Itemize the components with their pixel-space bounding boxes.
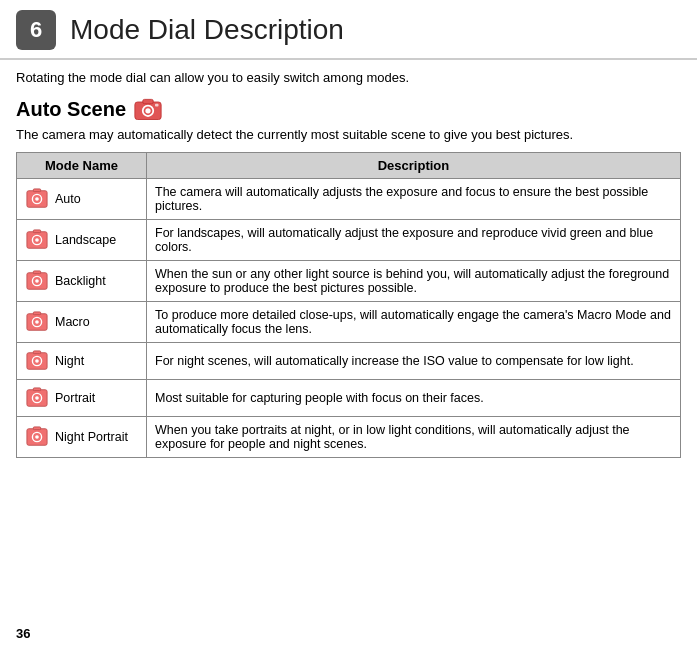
- svg-rect-4: [155, 104, 159, 107]
- svg-point-11: [35, 238, 39, 242]
- mode-name: Night: [55, 354, 84, 368]
- col-header-mode: Mode Name: [17, 153, 147, 179]
- table-row: MacroTo produce more detailed close-ups,…: [17, 302, 681, 343]
- mode-description: For landscapes, will automatically adjus…: [147, 220, 681, 261]
- page-number: 36: [16, 626, 30, 641]
- mode-icon-night-portrait: [25, 425, 49, 449]
- camera-icon: [134, 97, 162, 121]
- mode-description: Most suitable for capturing people with …: [147, 380, 681, 417]
- mode-name: Night Portrait: [55, 430, 128, 444]
- mode-icon-night: [25, 349, 49, 373]
- table-row: PortraitMost suitable for capturing peop…: [17, 380, 681, 417]
- table-row: AutoThe camera will automatically adjust…: [17, 179, 681, 220]
- svg-point-31: [35, 435, 39, 439]
- intro-text: Rotating the mode dial can allow you to …: [16, 70, 681, 85]
- mode-description: For night scenes, will automatically inc…: [147, 343, 681, 380]
- mode-cell: Night Portrait: [17, 417, 147, 458]
- page-header: 6 Mode Dial Description: [0, 0, 697, 60]
- svg-rect-12: [33, 230, 40, 233]
- mode-icon-backlight: [25, 269, 49, 293]
- mode-description: When you take portraits at night, or in …: [147, 417, 681, 458]
- mode-cell: Landscape: [17, 220, 147, 261]
- mode-description: When the sun or any other light source i…: [147, 261, 681, 302]
- mode-name: Portrait: [55, 391, 95, 405]
- svg-point-27: [35, 396, 39, 400]
- mode-cell: Auto: [17, 179, 147, 220]
- page-title: Mode Dial Description: [70, 14, 344, 46]
- mode-name: Backlight: [55, 274, 106, 288]
- svg-point-23: [35, 359, 39, 363]
- table-header-row: Mode Name Description: [17, 153, 681, 179]
- svg-rect-8: [33, 189, 40, 192]
- svg-rect-32: [33, 427, 40, 430]
- mode-description: The camera will automatically adjusts th…: [147, 179, 681, 220]
- mode-icon-portrait: [25, 386, 49, 410]
- svg-point-7: [35, 197, 39, 201]
- svg-point-15: [35, 279, 39, 283]
- page-content: Rotating the mode dial can allow you to …: [0, 70, 697, 474]
- section-heading: Auto Scene: [16, 97, 681, 121]
- mode-name: Landscape: [55, 233, 116, 247]
- mode-icon-macro: [25, 310, 49, 334]
- section-description: The camera may automatically detect the …: [16, 127, 681, 142]
- mode-name: Macro: [55, 315, 90, 329]
- section-title: Auto Scene: [16, 98, 126, 121]
- svg-rect-3: [143, 99, 154, 103]
- mode-cell: Night: [17, 343, 147, 380]
- svg-point-19: [35, 320, 39, 324]
- svg-point-2: [145, 108, 150, 113]
- mode-icon-auto: [25, 187, 49, 211]
- svg-rect-20: [33, 312, 40, 315]
- table-row: Night PortraitWhen you take portraits at…: [17, 417, 681, 458]
- modes-table: Mode Name Description AutoThe camera wil…: [16, 152, 681, 458]
- table-row: BacklightWhen the sun or any other light…: [17, 261, 681, 302]
- mode-name: Auto: [55, 192, 81, 206]
- mode-icon-landscape: [25, 228, 49, 252]
- svg-rect-16: [33, 271, 40, 274]
- page-wrapper: 6 Mode Dial Description Rotating the mod…: [0, 0, 697, 653]
- svg-rect-24: [33, 351, 40, 354]
- chapter-badge: 6: [16, 10, 56, 50]
- col-header-desc: Description: [147, 153, 681, 179]
- table-row: LandscapeFor landscapes, will automatica…: [17, 220, 681, 261]
- table-row: NightFor night scenes, will automaticall…: [17, 343, 681, 380]
- mode-description: To produce more detailed close-ups, will…: [147, 302, 681, 343]
- mode-cell: Portrait: [17, 380, 147, 417]
- mode-cell: Macro: [17, 302, 147, 343]
- svg-rect-28: [33, 388, 40, 391]
- mode-cell: Backlight: [17, 261, 147, 302]
